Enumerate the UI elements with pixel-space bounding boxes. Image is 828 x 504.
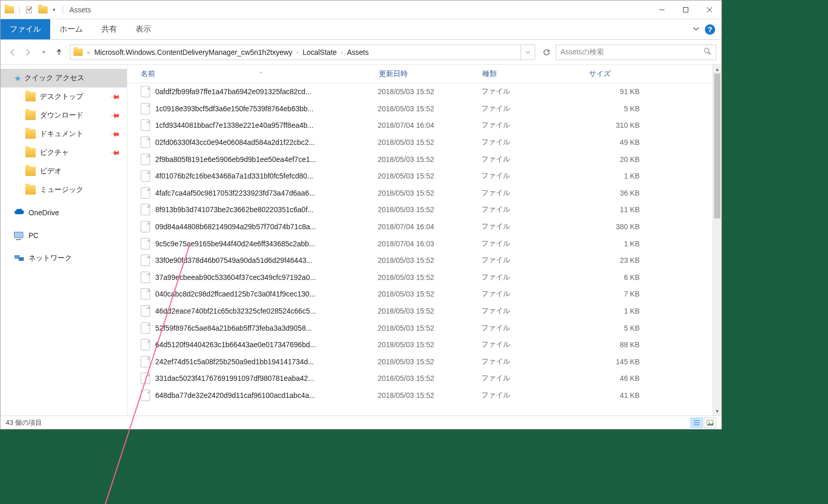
qat-properties-icon[interactable] [24,4,35,16]
scrollbar-thumb[interactable] [714,73,720,218]
file-row[interactable]: 02fd06330f43cc0e94e06084ad584a2d1f22cbc2… [127,134,721,151]
file-size: 380 KB [588,223,640,231]
view-details-button[interactable] [690,418,703,428]
column-type[interactable]: 種類 [482,69,589,79]
file-row[interactable]: 0afdf2fb99fa97ffe1a47ba6942e091325fac82c… [127,83,721,100]
sidebar-onedrive[interactable]: OneDrive [1,203,127,222]
column-date[interactable]: 更新日時 [379,69,482,79]
search-input[interactable]: Assetsの検索 [556,45,716,60]
sidebar-quick-access[interactable]: ★ クイック アクセス [1,69,127,87]
sidebar-downloads[interactable]: ダウンロード 📌 [1,106,127,125]
file-row[interactable]: 331dac5023f4176769199109​7df980781eaba42… [127,370,721,387]
address-dropdown-icon[interactable] [521,45,535,60]
navbar: ▾ « Microsoft.Windows.ContentDeliveryMan… [1,40,721,65]
file-row[interactable]: 33f0e90fd378d46b07549a90da51d6d29f46443.… [127,252,721,269]
breadcrumb-part[interactable]: LocalState [300,45,340,60]
column-headers: 名前 ⌃ 更新日時 種類 サイズ [127,65,721,83]
file-row[interactable]: 4f01076b2fc16be43468a7a1d331bf0fc5fefcd8… [127,168,721,185]
file-row[interactable]: 040cabc8d2c98d2ffcaed125b7c3a0f41f9cec13… [127,286,721,303]
sidebar-pictures[interactable]: ピクチャ 📌 [1,143,127,162]
search-icon[interactable] [703,47,712,57]
tab-view[interactable]: 表示 [126,19,160,39]
minimize-button[interactable] [650,2,674,18]
file-row[interactable]: 9c5c9e75ae9165be944f40d24e6ff343685c2abb… [127,235,721,252]
refresh-button[interactable] [539,45,554,60]
breadcrumb-part[interactable]: Microsoft.Windows.ContentDeliveryManager… [91,45,295,60]
file-row[interactable]: 09d84a44808b682149094a29b57f70d74b71c8a.… [127,218,721,235]
sidebar-videos[interactable]: ビデオ [1,162,127,181]
file-row[interactable]: 37a99ecbeeab90c533604f37cec349cfc97192a0… [127,269,721,286]
sidebar-pc[interactable]: PC [1,226,127,245]
file-icon [141,204,150,215]
maximize-button[interactable] [674,2,698,18]
sidebar-item-label: ネットワーク [28,254,72,263]
file-row[interactable]: 8f913b9b3d741073be2c3662be80220351c6a0f.… [127,201,721,218]
chevron-right-icon[interactable]: › [295,49,300,55]
file-size: 41 KB [588,391,640,399]
qat-newfolder-icon[interactable] [37,4,49,16]
file-size: 20 KB [588,155,640,164]
nav-forward-button[interactable] [21,46,35,59]
file-name: 331dac5023f4176769199109​7df980781eaba42… [155,374,378,382]
file-row[interactable]: 64d5120f94404263c1b66443ae0e017347696bd.… [127,336,721,353]
file-type: ファイル [481,155,588,164]
file-row[interactable]: 1cfd9344081bbacf7e1338e221e40a957ff8ea4b… [127,117,721,134]
file-size: 6 KB [588,273,640,281]
column-size[interactable]: サイズ [589,69,656,79]
file-type: ファイル [481,239,588,248]
file-icon [141,86,150,97]
chevron-right-icon[interactable]: › [340,49,344,55]
scrollbar-vertical[interactable]: ▲ ▼ [713,65,721,416]
file-date: 2018/05/03 15:52 [378,155,481,164]
column-name[interactable]: 名前 ⌃ [141,69,379,79]
file-date: 2018/05/03 15:52 [378,189,481,197]
sidebar-music[interactable]: ミュージック [1,181,127,199]
sidebar-documents[interactable]: ドキュメント 📌 [1,125,127,143]
app-icon [4,4,15,16]
tab-home[interactable]: ホーム [50,19,92,39]
sidebar-desktop[interactable]: デスクトップ 📌 [1,87,127,106]
close-button[interactable] [698,2,721,18]
network-icon [14,254,24,263]
tab-file[interactable]: ファイル [1,19,50,39]
view-large-icons-button[interactable] [704,418,716,428]
file-size: 1 KB [588,240,640,248]
file-type: ファイル [481,306,588,316]
nav-back-button[interactable] [6,46,19,59]
file-row[interactable]: 2f9ba805f8191e6e5906eb9d9b1ee50ea4ef7ce1… [127,151,721,168]
pin-icon: 📌 [110,147,121,158]
nav-up-button[interactable] [52,46,66,59]
nav-recent-dropdown-icon[interactable]: ▾ [37,46,50,59]
address-bar[interactable]: « Microsoft.Windows.ContentDeliveryManag… [70,45,535,60]
ribbon-expand-icon[interactable] [692,25,700,34]
scroll-down-icon[interactable]: ▼ [713,407,721,416]
file-type: ファイル [481,171,588,181]
scroll-up-icon[interactable]: ▲ [713,65,721,73]
file-date: 2018/05/03 15:52 [378,340,481,349]
file-name: 1c0918e393bcf5df3a6e150fe7539f8764eb63bb… [155,105,378,113]
qat-dropdown-icon[interactable]: ▾ [51,7,57,12]
file-row[interactable]: 242ef74d51c5a08f25b250a9ed1bb194141734d.… [127,353,721,370]
file-row[interactable]: 46dd2eace740bf21c65cb32325cfe028524c66c5… [127,303,721,320]
help-icon[interactable]: ? [705,24,715,35]
breadcrumb-part[interactable]: Assets [344,45,372,60]
folder-icon [25,167,36,176]
file-name: 09d84a44808b682149094a29b57f70d74b71c8a.… [155,223,378,231]
file-icon [141,154,150,165]
file-row[interactable]: 4fafc7ca4af50c9817053f2233923fd73a47d6aa… [127,185,721,202]
file-name: 33f0e90fd378d46b07549a90da51d6d29f46443.… [155,256,378,264]
status-item-count: 43 個の項目 [6,418,42,427]
file-type: ファイル [481,273,588,282]
file-row[interactable]: 648dba77de32e2420d9d11caf96100acd1abc4a.… [127,387,721,404]
folder-icon [25,185,36,195]
file-icon [141,390,150,401]
file-icon [141,272,150,283]
svg-rect-2 [684,7,688,12]
sidebar-item-label: ダウンロード [40,111,83,120]
file-icon [141,356,150,367]
tab-share[interactable]: 共有 [92,19,126,39]
file-date: 2018/05/03 15:52 [378,256,481,264]
file-row[interactable]: 52f59f8976c5ae84a21b6ab5ff73feba3a3d9058… [127,319,721,336]
sidebar-network[interactable]: ネットワーク [1,249,127,268]
file-row[interactable]: 1c0918e393bcf5df3a6e150fe7539f8764eb63bb… [127,100,721,117]
